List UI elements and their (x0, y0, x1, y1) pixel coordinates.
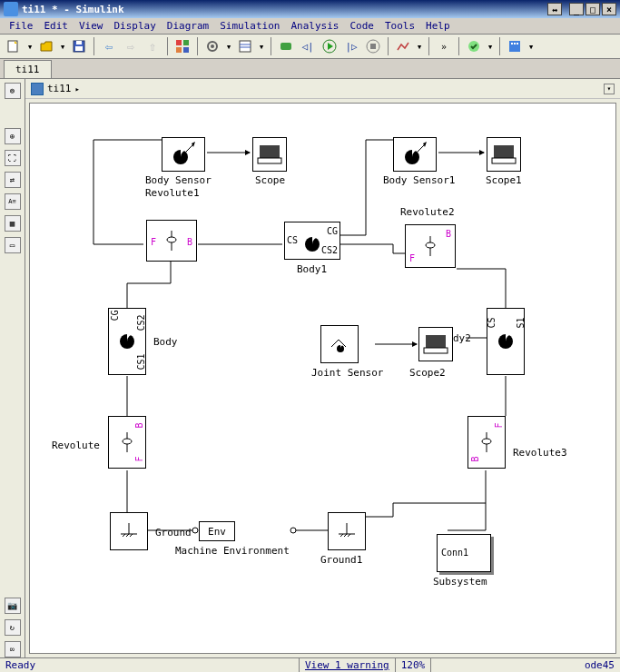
sidebar-scope-icon[interactable]: ⊚ (5, 83, 21, 99)
breadcrumb-dropdown-icon[interactable]: ▾ (604, 84, 615, 94)
statusbar: Ready View 1 warning 120% ode45 (0, 657, 620, 672)
label-machine-env: Machine Environment (175, 545, 290, 557)
block-ground[interactable] (110, 512, 148, 550)
port-cs: CS (487, 317, 497, 328)
block-machine-env[interactable]: Env (199, 521, 235, 541)
svg-point-76 (123, 439, 132, 444)
sidebar-annot-icon[interactable]: A≡ (5, 193, 21, 210)
block-revolute2[interactable]: F B (405, 224, 456, 268)
sidebar-refresh-icon[interactable]: ↻ (5, 619, 21, 636)
new-button[interactable] (4, 36, 24, 56)
label-joint-sensor: Joint Sensor (311, 367, 383, 379)
svg-point-54 (290, 528, 296, 533)
status-warning[interactable]: View 1 warning (300, 658, 396, 672)
block-body1[interactable]: CS CG CS2 (284, 222, 340, 260)
menu-file[interactable]: File (4, 18, 39, 34)
plot-dropdown-icon[interactable]: ▾ (415, 36, 424, 56)
config-button[interactable] (202, 36, 222, 56)
port-f: F (409, 253, 415, 263)
port-f: F (151, 237, 156, 247)
canvas[interactable]: Body Sensor Scope Body Sensor1 Scope1 Re… (29, 103, 616, 654)
stop-button[interactable] (363, 36, 383, 56)
more-button[interactable]: » (434, 36, 454, 56)
label-revolute1: Revolute1 (145, 187, 200, 199)
back-button[interactable]: ⇦ (99, 36, 119, 56)
sidebar-scan-icon[interactable]: ⇄ (5, 172, 21, 188)
breadcrumb: ti11 ▸ ▾ (25, 79, 620, 99)
svg-line-62 (418, 144, 425, 152)
block-body2[interactable]: CS S1 (487, 308, 525, 375)
svg-rect-60 (258, 158, 281, 163)
conn-text: Conn1 (441, 548, 468, 558)
build-dropdown-icon[interactable]: ▾ (527, 36, 536, 56)
model-icon[interactable] (31, 83, 44, 95)
open-dropdown-icon[interactable]: ▾ (58, 36, 67, 56)
menu-tools[interactable]: Tools (379, 18, 420, 34)
window-maximize-btn[interactable]: □ (586, 3, 600, 15)
menu-view[interactable]: View (74, 18, 109, 34)
block-body-sensor1[interactable] (393, 137, 437, 172)
svg-rect-2 (76, 41, 82, 44)
menu-display[interactable]: Display (109, 18, 162, 34)
label-body1: Body1 (297, 263, 327, 275)
breadcrumb-model[interactable]: ti11 (47, 83, 72, 94)
block-scope1[interactable] (487, 137, 521, 172)
menu-simulation[interactable]: Simulation (214, 18, 285, 34)
step-back-button[interactable]: ◁| (298, 36, 318, 56)
window-maximize-h-icon[interactable]: ↔ (547, 3, 562, 15)
block-revolute1[interactable]: F B (146, 220, 197, 262)
save-button[interactable] (69, 36, 89, 56)
menu-help[interactable]: Help (420, 18, 456, 34)
block-scope[interactable] (252, 137, 287, 172)
svg-rect-10 (240, 41, 251, 52)
sidebar-camera-icon[interactable]: 📷 (5, 598, 21, 614)
target-button[interactable] (235, 36, 255, 56)
block-body-sensor[interactable] (162, 137, 205, 172)
svg-line-58 (186, 144, 193, 152)
svg-rect-64 (492, 158, 516, 163)
sidebar-loop-icon[interactable]: ∞ (5, 641, 21, 657)
svg-rect-18 (509, 41, 520, 52)
toolbar: ▾ ▾ ⇦ ⇨ ⇧ ▾ ▾ ◁| |▷ ▾ » ▾ ▾ (0, 35, 620, 59)
tabbar: ti11 (0, 59, 620, 79)
window-title: ti11 * - Simulink (22, 4, 124, 15)
sidebar-zoom-icon[interactable]: ⊕ (5, 128, 21, 144)
check-dropdown-icon[interactable]: ▾ (486, 36, 495, 56)
fast-restart-button[interactable] (276, 36, 296, 56)
window-close-btn[interactable]: × (602, 3, 616, 15)
config-dropdown-icon[interactable]: ▾ (224, 36, 233, 56)
run-button[interactable] (320, 36, 340, 56)
forward-button: ⇨ (121, 36, 141, 56)
open-button[interactable] (36, 36, 56, 56)
window-minimize-btn[interactable]: _ (569, 3, 584, 15)
new-dropdown-icon[interactable]: ▾ (25, 36, 34, 56)
target-dropdown-icon[interactable]: ▾ (257, 36, 266, 56)
sidebar-rect-icon[interactable]: ▭ (5, 237, 21, 253)
menu-edit[interactable]: Edit (39, 18, 74, 34)
step-forward-button[interactable]: |▷ (341, 36, 361, 56)
port-cg: CG (110, 310, 120, 321)
block-joint-sensor[interactable] (320, 325, 359, 363)
block-revolute3[interactable]: F B (467, 416, 506, 469)
block-revolute[interactable]: B F (108, 416, 146, 469)
status-zoom: 120% (396, 658, 432, 672)
menu-code[interactable]: Code (344, 18, 379, 34)
menu-analysis[interactable]: Analysis (285, 18, 344, 34)
plot-button[interactable] (393, 36, 413, 56)
menu-diagram[interactable]: Diagram (162, 18, 214, 34)
build-button[interactable] (505, 36, 525, 56)
block-subsystem[interactable]: Conn1 (437, 534, 491, 572)
check-button[interactable] (464, 36, 484, 56)
canvas-area: ti11 ▸ ▾ (25, 79, 620, 657)
label-scope2: Scope2 (409, 367, 446, 379)
library-button[interactable] (172, 36, 192, 56)
block-body[interactable]: CG CS2 CS1 (108, 308, 146, 375)
port-cs1: CS1 (135, 353, 145, 370)
label-body: Body (153, 336, 178, 348)
sidebar-img-icon[interactable]: ▦ (5, 215, 21, 232)
svg-point-66 (167, 237, 176, 242)
block-ground1[interactable] (328, 512, 366, 550)
block-scope2[interactable] (418, 327, 453, 361)
sidebar-fit-icon[interactable]: ⛶ (5, 150, 21, 166)
tab-ti11[interactable]: ti11 (4, 60, 52, 78)
